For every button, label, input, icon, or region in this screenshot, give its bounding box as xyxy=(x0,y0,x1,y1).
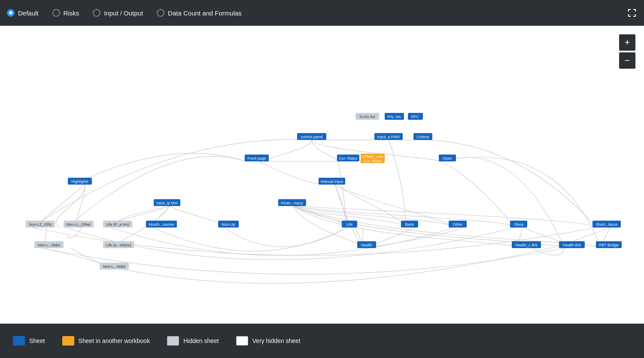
node-pbt-bridge[interactable]: PBT Bridge xyxy=(596,241,622,248)
svg-text:To-Do list: To-Do list xyxy=(359,115,375,119)
radio-risks xyxy=(52,9,60,17)
option-input-output[interactable]: Input / Output xyxy=(93,9,143,17)
node-front-page[interactable]: Front page xyxy=(245,155,269,161)
node-control-panel[interactable]: control panel xyxy=(297,133,326,140)
legend-hidden-color xyxy=(167,336,179,346)
svg-text:PAL res: PAL res xyxy=(387,115,401,119)
option-default-label: Default xyxy=(18,9,39,17)
node-other[interactable]: Other xyxy=(449,221,467,228)
node-olivia[interactable]: Olivia xyxy=(510,221,527,228)
svg-text:Criteria: Criteria xyxy=(416,135,429,139)
node-life-a-intens[interactable]: Life (a...intens) xyxy=(103,241,134,248)
node-opex[interactable]: Opex xyxy=(439,155,456,161)
node-non-lz-grp[interactable]: Non-LZ_GRp xyxy=(26,221,55,228)
zoom-controls: + − xyxy=(619,34,635,69)
svg-text:Month...names: Month...names xyxy=(149,222,174,227)
zoom-in-button[interactable]: + xyxy=(619,34,635,51)
legend-very-hidden: Very hidden sheet xyxy=(236,336,301,346)
node-bank[interactable]: Bank xyxy=(401,221,418,228)
svg-text:Life (a...intens): Life (a...intens) xyxy=(106,243,131,247)
svg-text:Life (P_a mo): Life (P_a mo) xyxy=(106,222,129,227)
node-finan-macy[interactable]: Finan...macy xyxy=(278,199,306,206)
header: Default Risks Input / Output Data Count … xyxy=(0,0,644,26)
legend-sheet: Sheet xyxy=(13,336,45,346)
svg-text:Short...lance: Short...lance xyxy=(596,222,618,227)
node-month-names[interactable]: Month...names xyxy=(146,221,177,228)
radio-input-output xyxy=(93,9,100,17)
node-input-ip-mor[interactable]: Input_ip Mor xyxy=(154,199,180,206)
option-data-count[interactable]: Data Count and Formulas xyxy=(157,9,242,17)
legend-very-hidden-label: Very hidden sheet xyxy=(252,337,301,344)
node-health-brk[interactable]: Health Brk xyxy=(559,241,585,248)
node-input-pmfi[interactable]: Input_a PMFi xyxy=(374,133,403,140)
legend-sheet-another-label: Sheet in another workbook xyxy=(79,337,150,344)
svg-text:Non-L...Mdet: Non-L...Mdet xyxy=(103,264,126,269)
node-pal-res[interactable]: PAL res xyxy=(385,113,404,120)
svg-text:Olivia: Olivia xyxy=(514,222,524,227)
legend-hidden: Hidden sheet xyxy=(167,336,219,346)
svg-text:Cur. Rates: Cur. Rates xyxy=(339,156,358,161)
node-non-ll-other[interactable]: Non-LL_Other xyxy=(64,221,94,228)
node-life-p-a-mo[interactable]: Life (P_a mo) xyxy=(103,221,132,228)
svg-text:Other: Other xyxy=(453,222,463,227)
legend-hidden-label: Hidden sheet xyxy=(183,337,219,344)
svg-text:Health Brk: Health Brk xyxy=(563,243,581,247)
node-health[interactable]: Health xyxy=(357,241,376,248)
node-manual-input[interactable]: Manual Input xyxy=(319,178,345,185)
node-non-lz-mdet[interactable]: Non-L...Mdet xyxy=(100,263,129,270)
svg-text:RFC: RFC xyxy=(411,115,419,119)
option-risks[interactable]: Risks xyxy=(52,9,79,17)
svg-text:Non-Up: Non-Up xyxy=(222,222,235,227)
svg-text:PBT Bridge: PBT Bridge xyxy=(599,243,619,247)
node-non-l-mdet-1[interactable]: Non-L...Mdet xyxy=(34,241,64,248)
svg-text:Health_L Brk: Health_L Brk xyxy=(515,243,538,247)
legend-very-hidden-color xyxy=(236,336,248,346)
svg-text:Non-LZ_GRp: Non-LZ_GRp xyxy=(29,222,52,227)
svg-text:Bank: Bank xyxy=(405,222,414,227)
radio-data-count xyxy=(157,9,164,17)
radio-default xyxy=(7,9,15,17)
node-highlights[interactable]: Highlights xyxy=(68,178,92,185)
legend-sheet-another: Sheet in another workbook xyxy=(62,336,150,346)
node-life[interactable]: Life xyxy=(342,221,357,228)
svg-text:Input_ip Mor: Input_ip Mor xyxy=(156,201,178,205)
svg-text:Life: Life xyxy=(346,222,353,227)
svg-text:Opex: Opex xyxy=(443,156,452,161)
legend-sheet-another-color xyxy=(62,336,74,346)
svg-text:CPMR_LAN: CPMR_LAN xyxy=(362,155,383,159)
svg-text:Non-L...Mdet: Non-L...Mdet xyxy=(38,243,61,247)
footer-legend: Sheet Sheet in another workbook Hidden s… xyxy=(0,324,644,358)
svg-text:Health: Health xyxy=(361,243,372,247)
legend-sheet-color xyxy=(13,336,25,346)
svg-text:Highlights: Highlights xyxy=(71,179,88,184)
node-cur-rates[interactable]: Cur. Rates xyxy=(337,155,359,161)
svg-text:Input_a PMFi: Input_a PMFi xyxy=(377,135,400,139)
node-non-up[interactable]: Non-Up xyxy=(218,221,239,228)
legend-sheet-label: Sheet xyxy=(29,337,45,344)
svg-text:Non-LL_Other: Non-LL_Other xyxy=(66,222,91,227)
dependency-graph: To-Do list PAL res RFC control panel Inp… xyxy=(0,26,644,324)
option-default[interactable]: Default xyxy=(7,9,39,17)
node-to-do-list[interactable]: To-Do list xyxy=(355,113,379,120)
node-cpmr-lan[interactable]: CPMR_LAN Cur. Rates xyxy=(361,154,385,163)
svg-text:Manual Input: Manual Input xyxy=(321,179,343,184)
node-rfc[interactable]: RFC xyxy=(408,113,423,120)
option-risks-label: Risks xyxy=(64,9,79,17)
graph-canvas: + − xyxy=(0,26,644,324)
svg-text:Cur. Rates: Cur. Rates xyxy=(364,159,382,163)
svg-text:Finan...macy: Finan...macy xyxy=(281,201,303,205)
fullscreen-button[interactable] xyxy=(627,8,637,18)
node-criteria[interactable]: Criteria xyxy=(413,133,432,140)
zoom-out-button[interactable]: − xyxy=(619,52,635,69)
option-data-count-label: Data Count and Formulas xyxy=(168,9,242,17)
svg-text:Front page: Front page xyxy=(247,156,266,161)
node-health-l-brk[interactable]: Health_L Brk xyxy=(512,241,541,248)
node-short-lance[interactable]: Short...lance xyxy=(592,221,621,228)
option-input-output-label: Input / Output xyxy=(104,9,143,17)
svg-text:control panel: control panel xyxy=(301,135,323,139)
